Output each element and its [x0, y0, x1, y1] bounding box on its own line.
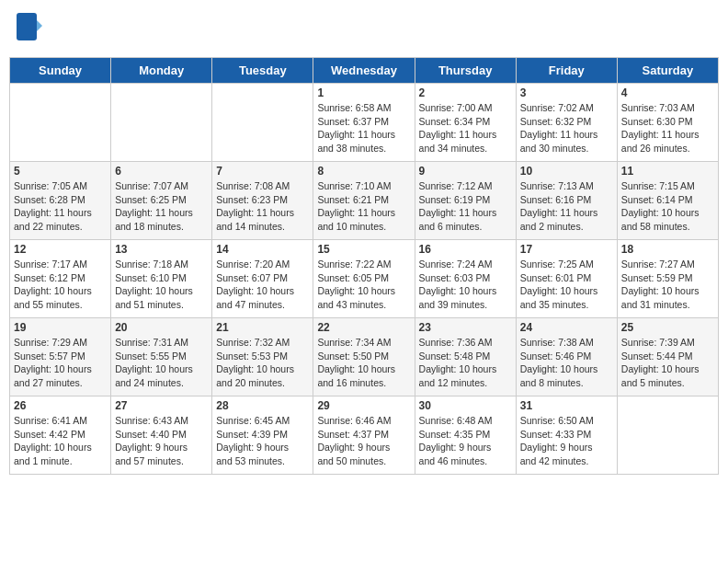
calendar-cell: 27Sunrise: 6:43 AMSunset: 4:40 PMDayligh…	[111, 396, 212, 475]
day-info: Sunrise: 6:46 AMSunset: 4:37 PMDaylight:…	[317, 414, 410, 468]
day-number: 19	[14, 321, 107, 334]
week-row-5: 26Sunrise: 6:41 AMSunset: 4:42 PMDayligh…	[10, 396, 719, 475]
day-number: 24	[520, 321, 613, 334]
day-info: Sunrise: 6:45 AMSunset: 4:39 PMDaylight:…	[216, 414, 309, 468]
calendar-cell: 30Sunrise: 6:48 AMSunset: 4:35 PMDayligh…	[415, 396, 516, 475]
day-number: 8	[317, 165, 410, 178]
calendar-cell: 20Sunrise: 7:31 AMSunset: 5:55 PMDayligh…	[111, 318, 212, 396]
day-number: 29	[317, 399, 410, 412]
calendar-cell: 10Sunrise: 7:13 AMSunset: 6:16 PMDayligh…	[516, 162, 617, 240]
calendar-cell: 28Sunrise: 6:45 AMSunset: 4:39 PMDayligh…	[212, 396, 313, 475]
calendar-cell: 9Sunrise: 7:12 AMSunset: 6:19 PMDaylight…	[415, 162, 516, 240]
day-info: Sunrise: 7:13 AMSunset: 6:16 PMDaylight:…	[520, 179, 613, 234]
day-info: Sunrise: 7:39 AMSunset: 5:44 PMDaylight:…	[621, 336, 714, 390]
day-info: Sunrise: 6:43 AMSunset: 4:40 PMDaylight:…	[115, 414, 208, 468]
day-info: Sunrise: 7:34 AMSunset: 5:50 PMDaylight:…	[317, 336, 410, 390]
day-number: 28	[216, 399, 309, 412]
day-info: Sunrise: 7:38 AMSunset: 5:46 PMDaylight:…	[520, 336, 613, 390]
day-number: 21	[216, 321, 309, 334]
calendar-cell: 15Sunrise: 7:22 AMSunset: 6:05 PMDayligh…	[313, 240, 415, 318]
calendar-cell	[617, 396, 718, 475]
calendar-cell: 21Sunrise: 7:32 AMSunset: 5:53 PMDayligh…	[212, 318, 313, 396]
day-number: 18	[621, 243, 714, 256]
day-info: Sunrise: 7:02 AMSunset: 6:32 PMDaylight:…	[520, 101, 613, 155]
day-info: Sunrise: 7:05 AMSunset: 6:28 PMDaylight:…	[14, 179, 107, 234]
day-number: 2	[419, 86, 512, 99]
day-info: Sunrise: 6:50 AMSunset: 4:33 PMDaylight:…	[520, 414, 613, 468]
calendar-cell	[212, 84, 313, 162]
day-info: Sunrise: 7:18 AMSunset: 6:10 PMDaylight:…	[115, 258, 208, 312]
day-info: Sunrise: 7:10 AMSunset: 6:21 PMDaylight:…	[317, 179, 410, 234]
day-info: Sunrise: 7:08 AMSunset: 6:23 PMDaylight:…	[216, 179, 309, 234]
day-info: Sunrise: 7:25 AMSunset: 6:01 PMDaylight:…	[520, 258, 613, 312]
day-number: 20	[115, 321, 208, 334]
calendar-cell: 3Sunrise: 7:02 AMSunset: 6:32 PMDaylight…	[516, 84, 617, 162]
day-info: Sunrise: 7:24 AMSunset: 6:03 PMDaylight:…	[419, 258, 512, 312]
day-number: 11	[621, 165, 714, 178]
day-info: Sunrise: 6:48 AMSunset: 4:35 PMDaylight:…	[419, 414, 512, 468]
day-of-week-monday: Monday	[111, 58, 212, 84]
day-number: 26	[14, 399, 107, 412]
day-info: Sunrise: 7:00 AMSunset: 6:34 PMDaylight:…	[419, 101, 512, 155]
svg-rect-0	[17, 13, 37, 40]
calendar-cell: 6Sunrise: 7:07 AMSunset: 6:25 PMDaylight…	[111, 162, 212, 240]
calendar-header-row: SundayMondayTuesdayWednesdayThursdayFrid…	[10, 58, 719, 84]
day-number: 1	[317, 86, 410, 99]
day-number: 30	[419, 399, 512, 412]
day-number: 22	[317, 321, 410, 334]
calendar-table: SundayMondayTuesdayWednesdayThursdayFrid…	[9, 57, 719, 475]
calendar-cell: 29Sunrise: 6:46 AMSunset: 4:37 PMDayligh…	[313, 396, 415, 475]
day-number: 7	[216, 165, 309, 178]
day-number: 17	[520, 243, 613, 256]
day-number: 15	[317, 243, 410, 256]
day-number: 10	[520, 165, 613, 178]
day-info: Sunrise: 7:27 AMSunset: 5:59 PMDaylight:…	[621, 258, 714, 312]
calendar-cell: 14Sunrise: 7:20 AMSunset: 6:07 PMDayligh…	[212, 240, 313, 318]
calendar-cell: 8Sunrise: 7:10 AMSunset: 6:21 PMDaylight…	[313, 162, 415, 240]
week-row-1: 1Sunrise: 6:58 AMSunset: 6:37 PMDaylight…	[10, 84, 719, 162]
day-info: Sunrise: 7:31 AMSunset: 5:55 PMDaylight:…	[115, 336, 208, 390]
calendar-cell	[10, 84, 111, 162]
day-number: 16	[419, 243, 512, 256]
calendar-cell: 19Sunrise: 7:29 AMSunset: 5:57 PMDayligh…	[10, 318, 111, 396]
calendar-cell: 17Sunrise: 7:25 AMSunset: 6:01 PMDayligh…	[516, 240, 617, 318]
week-row-2: 5Sunrise: 7:05 AMSunset: 6:28 PMDaylight…	[10, 162, 719, 240]
calendar-cell	[111, 84, 212, 162]
day-info: Sunrise: 7:20 AMSunset: 6:07 PMDaylight:…	[216, 258, 309, 312]
calendar-cell: 11Sunrise: 7:15 AMSunset: 6:14 PMDayligh…	[617, 162, 718, 240]
calendar-cell: 18Sunrise: 7:27 AMSunset: 5:59 PMDayligh…	[617, 240, 718, 318]
day-of-week-sunday: Sunday	[10, 58, 111, 84]
day-info: Sunrise: 7:12 AMSunset: 6:19 PMDaylight:…	[419, 179, 512, 234]
day-of-week-friday: Friday	[516, 58, 617, 84]
calendar-cell: 24Sunrise: 7:38 AMSunset: 5:46 PMDayligh…	[516, 318, 617, 396]
day-info: Sunrise: 7:15 AMSunset: 6:14 PMDaylight:…	[621, 179, 714, 234]
day-of-week-saturday: Saturday	[617, 58, 718, 84]
calendar-cell: 13Sunrise: 7:18 AMSunset: 6:10 PMDayligh…	[111, 240, 212, 318]
day-info: Sunrise: 7:29 AMSunset: 5:57 PMDaylight:…	[14, 336, 107, 390]
day-of-week-wednesday: Wednesday	[313, 58, 415, 84]
day-number: 6	[115, 165, 208, 178]
week-row-3: 12Sunrise: 7:17 AMSunset: 6:12 PMDayligh…	[10, 240, 719, 318]
day-info: Sunrise: 7:22 AMSunset: 6:05 PMDaylight:…	[317, 258, 410, 312]
calendar-cell: 25Sunrise: 7:39 AMSunset: 5:44 PMDayligh…	[617, 318, 718, 396]
day-info: Sunrise: 7:17 AMSunset: 6:12 PMDaylight:…	[14, 258, 107, 312]
day-number: 27	[115, 399, 208, 412]
calendar-cell: 16Sunrise: 7:24 AMSunset: 6:03 PMDayligh…	[415, 240, 516, 318]
logo	[17, 13, 42, 46]
day-number: 12	[14, 243, 107, 256]
logo-icon	[17, 13, 42, 46]
day-number: 31	[520, 399, 613, 412]
calendar-cell: 2Sunrise: 7:00 AMSunset: 6:34 PMDaylight…	[415, 84, 516, 162]
day-info: Sunrise: 6:41 AMSunset: 4:42 PMDaylight:…	[14, 414, 107, 468]
day-number: 4	[621, 86, 714, 99]
day-number: 5	[14, 165, 107, 178]
calendar-cell: 7Sunrise: 7:08 AMSunset: 6:23 PMDaylight…	[212, 162, 313, 240]
day-number: 9	[419, 165, 512, 178]
day-number: 23	[419, 321, 512, 334]
day-number: 14	[216, 243, 309, 256]
day-info: Sunrise: 7:03 AMSunset: 6:30 PMDaylight:…	[621, 101, 714, 155]
calendar-cell: 4Sunrise: 7:03 AMSunset: 6:30 PMDaylight…	[617, 84, 718, 162]
day-number: 25	[621, 321, 714, 334]
day-number: 13	[115, 243, 208, 256]
day-number: 3	[520, 86, 613, 99]
